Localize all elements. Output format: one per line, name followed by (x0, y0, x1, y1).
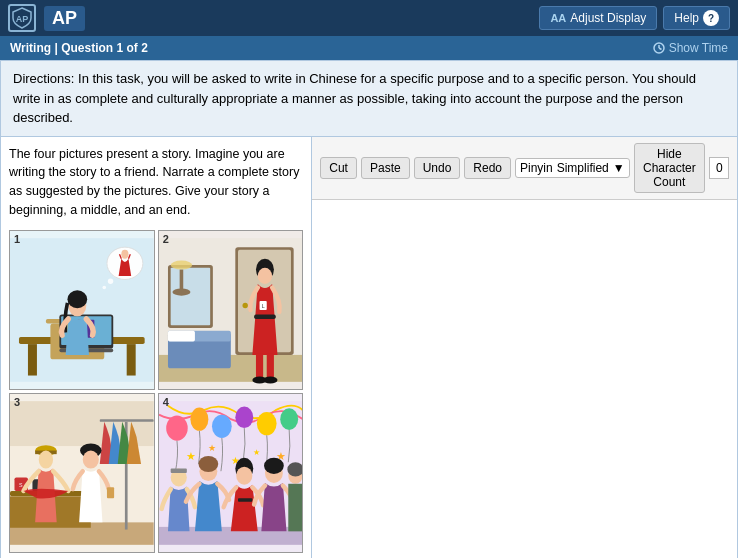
svg-point-61 (83, 450, 99, 468)
ap-shield-icon: AP (8, 4, 36, 32)
svg-rect-46 (168, 330, 195, 341)
svg-point-66 (190, 407, 208, 430)
svg-line-3 (659, 48, 662, 50)
svg-point-18 (102, 285, 106, 289)
svg-rect-40 (256, 353, 263, 380)
svg-point-84 (264, 457, 284, 473)
adjust-display-button[interactable]: AA Adjust Display (539, 6, 657, 30)
right-panel: Cut Paste Undo Redo Pinyin Simplified ▼ … (312, 137, 737, 559)
svg-point-22 (121, 249, 128, 258)
dropdown-icon: ▼ (613, 161, 625, 175)
svg-point-32 (170, 260, 192, 269)
svg-text:AP: AP (16, 14, 29, 24)
svg-point-65 (166, 415, 188, 440)
svg-rect-77 (170, 468, 186, 472)
help-button[interactable]: Help ? (663, 6, 730, 30)
adjust-display-label: Adjust Display (570, 11, 646, 25)
paste-button[interactable]: Paste (361, 157, 410, 179)
picture-2-number: 2 (163, 233, 169, 245)
adjust-display-icon: AA (550, 12, 566, 24)
svg-point-67 (212, 414, 232, 437)
svg-point-43 (263, 376, 277, 383)
clock-icon (653, 42, 665, 54)
cut-button[interactable]: Cut (320, 157, 357, 179)
svg-point-29 (242, 302, 247, 307)
hide-character-count-button[interactable]: Hide Character Count (634, 143, 705, 193)
svg-rect-82 (238, 498, 252, 502)
help-label: Help (674, 11, 699, 25)
header: AP AP AA Adjust Display Help ? (0, 0, 738, 36)
picture-1: 1 (9, 230, 155, 390)
svg-point-68 (235, 406, 253, 428)
svg-point-81 (236, 466, 252, 484)
svg-rect-50 (100, 419, 154, 422)
picture-3: 3 (9, 393, 155, 553)
picture-2: 2 (158, 230, 304, 390)
picture-grid: 1 (9, 230, 303, 553)
svg-rect-7 (127, 344, 136, 375)
picture-4: 4 (158, 393, 304, 553)
ap-logo: AP (44, 6, 85, 31)
svg-text:S: S (19, 482, 23, 488)
toolbar: Cut Paste Undo Redo Pinyin Simplified ▼ … (312, 137, 737, 200)
header-right: AA Adjust Display Help ? (539, 6, 730, 30)
svg-point-19 (108, 278, 113, 283)
character-count-value: 0 (709, 157, 729, 179)
svg-point-70 (280, 408, 298, 430)
svg-rect-41 (266, 353, 273, 380)
subheader: Writing | Question 1 of 2 Show Time (0, 36, 738, 60)
left-panel: The four pictures present a story. Imagi… (1, 137, 312, 559)
redo-button[interactable]: Redo (464, 157, 511, 179)
header-left: AP AP (8, 4, 85, 32)
writing-input[interactable] (312, 200, 737, 559)
svg-point-69 (256, 411, 276, 434)
picture-4-number: 4 (163, 396, 169, 408)
svg-point-36 (257, 267, 271, 283)
main-content: The four pictures present a story. Imagi… (0, 137, 738, 559)
svg-rect-31 (170, 267, 210, 324)
undo-button[interactable]: Undo (414, 157, 461, 179)
directions-box: Directions: In this task, you will be as… (0, 60, 738, 137)
svg-point-34 (172, 288, 190, 295)
svg-text:★: ★ (186, 449, 196, 461)
show-time-button[interactable]: Show Time (653, 41, 728, 55)
picture-3-number: 3 (14, 396, 20, 408)
pinyin-simplified-dropdown[interactable]: Pinyin Simplified ▼ (515, 158, 630, 178)
svg-text:★: ★ (208, 442, 216, 452)
svg-text:L: L (261, 303, 264, 309)
prompt-text: The four pictures present a story. Imagi… (9, 145, 303, 220)
svg-point-17 (67, 290, 87, 308)
svg-rect-62 (107, 487, 114, 498)
pinyin-label: Pinyin (520, 161, 553, 175)
svg-point-59 (39, 450, 53, 468)
svg-rect-6 (28, 344, 37, 375)
svg-rect-87 (288, 483, 302, 531)
svg-rect-39 (254, 314, 276, 318)
svg-point-79 (198, 455, 218, 471)
simplified-label: Simplified (557, 161, 609, 175)
show-time-label: Show Time (669, 41, 728, 55)
help-icon: ? (703, 10, 719, 26)
picture-1-number: 1 (14, 233, 20, 245)
directions-text: Directions: In this task, you will be as… (13, 71, 696, 125)
section-label: Writing | Question 1 of 2 (10, 41, 148, 55)
svg-text:★: ★ (253, 448, 260, 457)
